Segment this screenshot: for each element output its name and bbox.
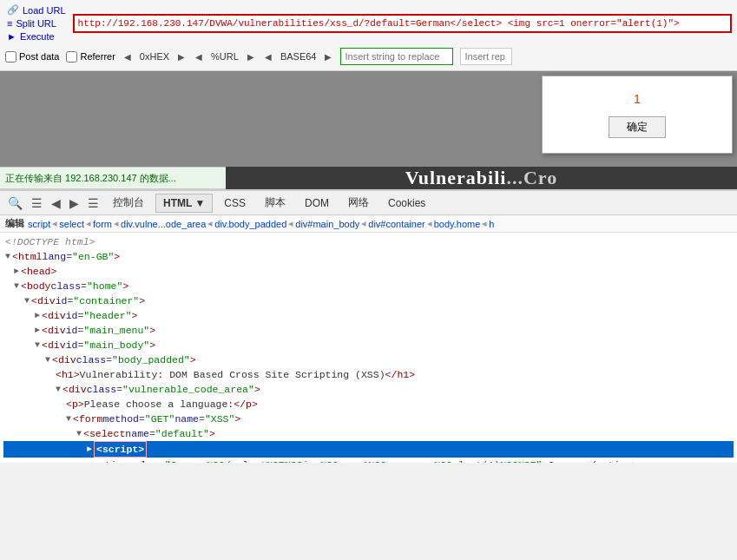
breadcrumb-body-home[interactable]: body.home [434, 219, 481, 229]
expand-vuln-area[interactable]: ▼ [56, 382, 61, 397]
tree-head[interactable]: ► <head> [3, 264, 734, 279]
breadcrumb-body-padded[interactable]: div.body_padded [214, 219, 286, 229]
url-row: 🔗 Load URL ≡ Split URL ► Execute [5, 3, 732, 43]
list-button[interactable]: ☰ [85, 196, 102, 210]
split-url-button[interactable]: ≡ Split URL [5, 17, 68, 30]
breadcrumb-select[interactable]: select [59, 219, 84, 229]
tree-main-menu[interactable]: ► <div id="main_menu"> [3, 323, 734, 338]
breadcrumb-main-body[interactable]: div#main_body [295, 219, 359, 229]
load-url-icon: 🔗 [7, 4, 19, 16]
tree-script[interactable]: ► <script> [3, 441, 734, 458]
hex-left-arrow[interactable]: ◀ [122, 52, 133, 62]
url-actions: 🔗 Load URL ≡ Split URL ► Execute [5, 3, 68, 43]
tree-body[interactable]: ▼ <body class="home"> [3, 279, 734, 293]
split-url-label: Split URL [16, 18, 56, 29]
post-data-label: Post data [19, 51, 59, 62]
cursor-icon-button[interactable]: ☰ [29, 196, 45, 210]
breadcrumb-container[interactable]: div#container [368, 219, 424, 229]
browser-viewport: 1 确定 [0, 71, 737, 167]
expand-select[interactable]: ▼ [76, 426, 82, 441]
tab-css[interactable]: CSS [216, 194, 253, 213]
tree-header[interactable]: ► <div id="header"> [3, 308, 734, 323]
status-row: 正在传输来自 192.168.230.147 的数据... Vulnerabil… [0, 167, 737, 189]
breadcrumb-edit: 编辑 [5, 217, 24, 230]
alert-value: 1 [634, 92, 641, 106]
expand-script[interactable]: ► [87, 442, 92, 457]
post-data-checkbox-label[interactable]: Post data [5, 51, 59, 63]
options-row: Post data Referrer ◀ 0xHEX ▶ ◀ %URL ▶ ◀ … [5, 46, 732, 67]
expand-body-padded[interactable]: ▼ [45, 352, 50, 367]
status-text: 正在传输来自 192.168.230.147 的数据... [5, 172, 176, 185]
breadcrumb-bar: 编辑 script ◂ select ◂ form ◂ div.vulne...… [0, 215, 737, 233]
base64-right-arrow[interactable]: ▶ [323, 52, 333, 62]
insert-replace-input[interactable] [340, 48, 453, 65]
status-bar: 正在传输来自 192.168.230.147 的数据... [0, 167, 226, 189]
url-input[interactable] [73, 14, 732, 33]
alert-dialog: 1 确定 [542, 76, 733, 154]
tree-main-body[interactable]: ▼ <div id="main_body"> [3, 338, 734, 352]
tab-controls[interactable]: 控制台 [105, 192, 152, 214]
vuln-header-text: Vulnerabili [405, 167, 507, 189]
hex-label: 0xHEX [140, 51, 169, 62]
load-url-label: Load URL [23, 5, 66, 16]
tree-html[interactable]: ▼ <html lang="en-GB"> [3, 249, 734, 264]
insert-rep-input[interactable] [460, 48, 512, 65]
script-tag-highlighted: <script> [94, 441, 147, 458]
expand-html[interactable]: ▼ [5, 249, 10, 264]
tree-option-german[interactable]: <option value="German%3C/select%3E%3Cimg… [3, 458, 734, 463]
tab-script[interactable]: 脚本 [257, 192, 293, 214]
expand-main-menu[interactable]: ► [35, 323, 40, 338]
tree-form[interactable]: ▼ <form method="GET" name="XSS"> [3, 412, 734, 426]
load-url-button[interactable]: 🔗 Load URL [5, 3, 68, 16]
tree-container[interactable]: ▼ <div id="container"> [3, 293, 734, 308]
expand-header[interactable]: ► [35, 308, 40, 323]
alert-ok-button[interactable]: 确定 [609, 116, 666, 138]
tab-cookies[interactable]: Cookies [380, 194, 433, 213]
split-url-icon: ≡ [7, 18, 12, 29]
referrer-checkbox-label[interactable]: Referrer [66, 51, 115, 63]
expand-form[interactable]: ▼ [66, 412, 71, 426]
breadcrumb-form[interactable]: form [93, 219, 112, 229]
vuln-header-dots: ...Cro [506, 167, 557, 189]
tree-body-padded[interactable]: ▼ <div class="body_padded"> [3, 352, 734, 367]
url-encode-label: %URL [211, 51, 239, 62]
vuln-header: Vulnerabili...Cro [226, 167, 737, 189]
html-tree: <!DOCTYPE html> ▼ <html lang="en-GB"> ► … [0, 233, 737, 463]
hex-right-arrow[interactable]: ▶ [176, 52, 187, 62]
devtools: 🔍 ☰ ◀ ▶ ☰ 控制台 HTML ▼ CSS 脚本 DOM 网络 Cooki… [0, 189, 737, 463]
breadcrumb-vuln-area[interactable]: div.vulne...ode_area [121, 219, 206, 229]
execute-icon: ► [7, 31, 16, 42]
tree-p[interactable]: <p>Please choose a language:</p> [3, 397, 734, 412]
base64-left-arrow[interactable]: ◀ [263, 52, 273, 62]
tree-select[interactable]: ▼ <select name="default"> [3, 426, 734, 441]
post-data-checkbox[interactable] [5, 51, 16, 63]
expand-head[interactable]: ► [14, 264, 19, 279]
expand-container[interactable]: ▼ [24, 293, 30, 308]
execute-label: Execute [20, 31, 55, 42]
tree-h1[interactable]: <h1>Vulnerability: DOM Based Cross Site … [3, 367, 734, 382]
tab-network[interactable]: 网络 [340, 192, 377, 214]
expand-body[interactable]: ▼ [14, 279, 19, 293]
tree-doctype: <!DOCTYPE html> [3, 234, 734, 249]
tab-html[interactable]: HTML ▼ [155, 194, 213, 213]
breadcrumb-h[interactable]: h [489, 219, 494, 229]
tab-dom[interactable]: DOM [297, 194, 337, 213]
devtools-toolbar: 🔍 ☰ ◀ ▶ ☰ 控制台 HTML ▼ CSS 脚本 DOM 网络 Cooki… [0, 191, 737, 215]
back-button[interactable]: ◀ [49, 196, 63, 210]
referrer-label: Referrer [80, 51, 115, 62]
toolbar: 🔗 Load URL ≡ Split URL ► Execute Post da… [0, 0, 737, 71]
inspect-icon-button[interactable]: 🔍 [5, 196, 25, 210]
expand-main-body[interactable]: ▼ [35, 338, 40, 352]
url-left-arrow[interactable]: ◀ [194, 52, 204, 62]
base64-label: BASE64 [280, 51, 317, 62]
referrer-checkbox[interactable] [66, 51, 77, 63]
execute-button[interactable]: ► Execute [5, 30, 68, 43]
tree-vuln-area[interactable]: ▼ <div class="vulnerable_code_area"> [3, 382, 734, 397]
breadcrumb-script[interactable]: script [28, 219, 50, 229]
forward-button[interactable]: ▶ [67, 196, 82, 210]
url-right-arrow[interactable]: ▶ [246, 52, 256, 62]
